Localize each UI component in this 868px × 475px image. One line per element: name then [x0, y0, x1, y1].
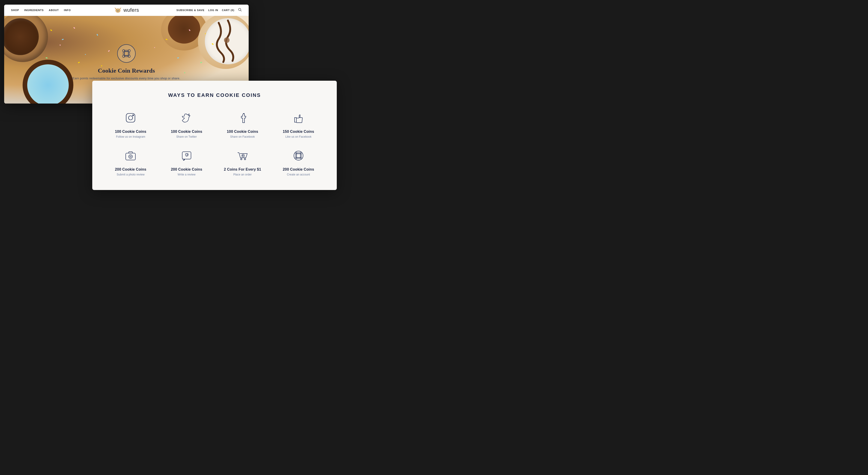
facebook-icon — [235, 110, 250, 126]
instagram-coins: 100 Cookie Coins — [115, 130, 146, 134]
nav-info[interactable]: INFO — [64, 9, 71, 11]
nav-shop[interactable]: SHOP — [11, 9, 19, 11]
navigation: SHOP INGREDIENTS ABOUT INFO wufers — [4, 5, 249, 16]
place-order-coins: 2 Coins For Every $1 — [224, 167, 261, 171]
instagram-icon — [123, 110, 138, 126]
svg-point-1 — [116, 9, 120, 12]
cookie-3-inner — [205, 18, 249, 64]
svg-point-37 — [133, 115, 134, 116]
svg-point-4 — [117, 10, 118, 11]
svg-rect-35 — [126, 114, 135, 122]
svg-point-44 — [244, 158, 246, 160]
svg-rect-42 — [182, 152, 191, 159]
nav-ingredients[interactable]: INGREDIENTS — [24, 9, 44, 11]
place-order-label: Place an order — [233, 173, 252, 176]
cookie-decoration-3 — [198, 16, 249, 69]
dog-logo-icon — [114, 6, 122, 14]
hero-title: Cookie Coin Rewards — [72, 67, 180, 74]
nav-links-left: SHOP INGREDIENTS ABOUT INFO — [11, 9, 71, 11]
instagram-label: Follow us on Instagram — [116, 135, 145, 138]
rewards-panel: WAYS TO EARN COOKIE COINS 100 Cookie Coi… — [92, 81, 337, 190]
nav-links-right: SUBSCRIBE & SAVE LOG IN CART (0) — [177, 8, 242, 12]
hero-subtitle: Earn points redeemable for exclusive dis… — [72, 76, 180, 80]
svg-point-2 — [117, 10, 117, 10]
twitter-label: Share on Twitter — [176, 135, 197, 138]
svg-point-41 — [130, 156, 131, 157]
rewards-grid: 100 Cookie Coins Follow us on Instagram … — [106, 110, 323, 176]
cookie-bone-icon — [117, 44, 136, 63]
svg-point-47 — [243, 156, 244, 156]
facebook-like-label: Like us on Facebook — [285, 135, 311, 138]
reward-item-photo-review: 200 Cookie Coins Submit a photo review — [106, 148, 155, 176]
twitter-coins: 100 Cookie Coins — [171, 130, 202, 134]
svg-rect-39 — [126, 153, 135, 160]
camera-icon — [123, 148, 138, 164]
reward-item-write-review: 200 Cookie Coins Write a review — [162, 148, 211, 176]
svg-point-46 — [243, 155, 243, 155]
svg-point-36 — [128, 116, 133, 120]
nav-login[interactable]: LOG IN — [208, 9, 218, 11]
rewards-section-title: WAYS TO EARN COOKIE COINS — [106, 92, 323, 98]
reward-item-instagram: 100 Cookie Coins Follow us on Instagram — [106, 110, 155, 138]
site-logo[interactable]: wufers — [114, 6, 139, 14]
svg-point-3 — [119, 10, 119, 10]
thumbsup-icon — [290, 110, 307, 126]
svg-rect-34 — [124, 52, 128, 56]
reward-item-facebook-share: 100 Cookie Coins Share on Facebook — [218, 110, 267, 138]
svg-point-5 — [239, 8, 241, 10]
search-icon[interactable] — [238, 8, 242, 12]
photo-review-coins: 200 Cookie Coins — [115, 167, 146, 171]
create-account-coins: 200 Cookie Coins — [283, 167, 314, 171]
nav-cart[interactable]: CART (0) — [222, 9, 235, 11]
drizzle-decoration — [205, 18, 249, 64]
write-review-label: Write a review — [178, 173, 195, 176]
nav-about[interactable]: ABOUT — [49, 9, 59, 11]
create-account-label: Create an account — [287, 173, 310, 176]
hero-content: Cookie Coin Rewards Earn points redeemab… — [72, 44, 180, 80]
write-review-coins: 200 Cookie Coins — [171, 167, 202, 171]
reward-item-twitter: 100 Cookie Coins Share on Twitter — [162, 110, 211, 138]
logo-text: wufers — [123, 7, 139, 13]
twitter-icon — [179, 110, 195, 126]
facebook-share-coins: 100 Cookie Coins — [227, 130, 258, 134]
svg-line-6 — [241, 10, 242, 11]
facebook-like-coins: 150 Cookie Coins — [283, 130, 314, 134]
cart-icon — [235, 148, 250, 164]
svg-point-7 — [224, 37, 229, 43]
svg-rect-38 — [294, 118, 297, 122]
svg-point-43 — [241, 158, 242, 160]
cookie-account-icon — [290, 148, 307, 164]
svg-point-48 — [242, 156, 243, 156]
svg-rect-58 — [297, 154, 301, 158]
svg-point-40 — [129, 155, 132, 158]
reward-item-place-order: 2 Coins For Every $1 Place an order — [218, 148, 267, 176]
reward-item-create-account: 200 Cookie Coins Create an account — [274, 148, 323, 176]
reward-item-facebook-like: 150 Cookie Coins Like us on Facebook — [274, 110, 323, 138]
review-icon — [179, 148, 195, 164]
nav-subscribe[interactable]: SUBSCRIBE & SAVE — [177, 9, 205, 11]
facebook-share-label: Share on Facebook — [230, 135, 255, 138]
photo-review-label: Submit a photo review — [117, 173, 145, 176]
